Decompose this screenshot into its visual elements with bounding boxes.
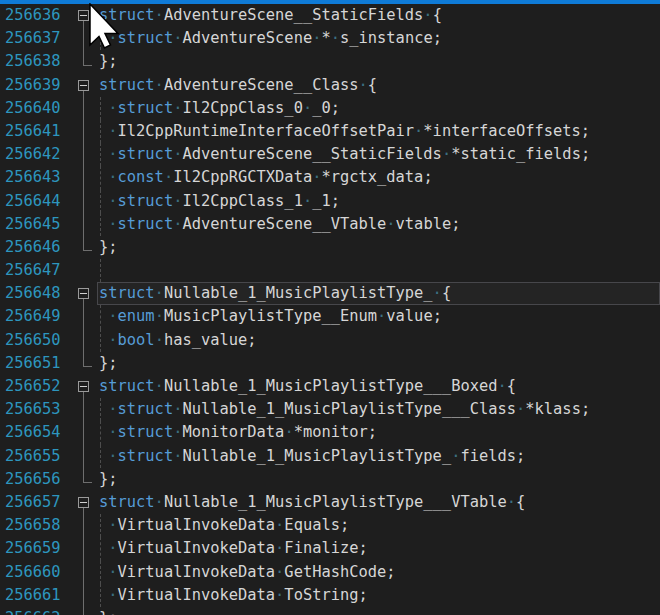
code-line[interactable]: 256642 ·struct·AdventureScene__StaticFie… (0, 143, 660, 166)
line-number[interactable]: 256642 (0, 143, 73, 166)
fold-margin (73, 27, 97, 50)
code-line[interactable]: 256659 ·VirtualInvokeData·Finalize; (0, 537, 660, 560)
line-number[interactable]: 256638 (0, 50, 73, 73)
fold-margin (73, 236, 97, 259)
code-line[interactable]: 256636struct·AdventureScene__StaticField… (0, 4, 660, 27)
line-number[interactable]: 256657 (0, 491, 73, 514)
code-line[interactable]: 256658 ·VirtualInvokeData·Equals; (0, 514, 660, 537)
line-number[interactable]: 256643 (0, 166, 73, 189)
code-text[interactable]: ·struct·Il2CppClass_1·_1; (97, 190, 660, 213)
line-number[interactable]: 256659 (0, 537, 73, 560)
code-line[interactable]: 256653 ·struct·Nullable_1_MusicPlaylistT… (0, 398, 660, 421)
indent-guide (100, 27, 101, 50)
code-line[interactable]: 256650 ·bool·has_value; (0, 329, 660, 352)
fold-minus-icon[interactable] (78, 497, 89, 508)
code-text[interactable]: ·struct·Nullable_1_MusicPlaylistType___C… (97, 398, 660, 421)
code-line[interactable]: 256641 ·Il2CppRuntimeInterfaceOffsetPair… (0, 120, 660, 143)
code-text[interactable]: }; (97, 607, 660, 615)
fold-minus-icon[interactable] (78, 80, 89, 91)
fold-collapse-toggle[interactable] (73, 4, 97, 27)
code-line[interactable]: 256647 (0, 259, 660, 282)
line-number[interactable]: 256661 (0, 584, 73, 607)
fold-collapse-toggle[interactable] (73, 74, 97, 97)
code-text[interactable]: }; (97, 50, 660, 73)
fold-margin (73, 514, 97, 537)
line-number[interactable]: 256651 (0, 352, 73, 375)
code-editor: 256636struct·AdventureScene__StaticField… (0, 0, 660, 615)
code-text[interactable]: ·enum·MusicPlaylistType__Enum·value; (97, 305, 660, 328)
code-line[interactable]: 256655 ·struct·Nullable_1_MusicPlaylistT… (0, 445, 660, 468)
line-number[interactable]: 256637 (0, 27, 73, 50)
code-line[interactable]: 256660 ·VirtualInvokeData·GetHashCode; (0, 561, 660, 584)
code-line[interactable]: 256651}; (0, 352, 660, 375)
line-number[interactable]: 256653 (0, 398, 73, 421)
line-number[interactable]: 256662 (0, 607, 73, 615)
code-line[interactable]: 256654 ·struct·MonitorData·*monitor; (0, 421, 660, 444)
indent-guide (100, 305, 101, 328)
indent-guide (100, 514, 101, 537)
line-number[interactable]: 256639 (0, 74, 73, 97)
fold-collapse-toggle[interactable] (73, 282, 97, 305)
code-text[interactable]: ·bool·has_value; (97, 329, 660, 352)
line-number[interactable]: 256645 (0, 213, 73, 236)
line-number[interactable]: 256652 (0, 375, 73, 398)
code-text[interactable]: ·struct·Nullable_1_MusicPlaylistType_·fi… (97, 445, 660, 468)
line-number[interactable]: 256636 (0, 4, 73, 27)
fold-minus-icon[interactable] (78, 10, 89, 21)
code-line[interactable]: 256639struct·AdventureScene__Class·{ (0, 74, 660, 97)
code-text[interactable]: }; (97, 468, 660, 491)
code-line[interactable]: 256638}; (0, 50, 660, 73)
code-text[interactable]: struct·AdventureScene__StaticFields·{ (97, 4, 660, 27)
code-line[interactable]: 256657struct·Nullable_1_MusicPlaylistTyp… (0, 491, 660, 514)
code-text[interactable]: ·struct·Il2CppClass_0·_0; (97, 97, 660, 120)
line-number[interactable]: 256660 (0, 561, 73, 584)
code-text[interactable]: struct·Nullable_1_MusicPlaylistType_·{ (97, 282, 660, 305)
code-text[interactable] (97, 259, 660, 282)
code-line[interactable]: 256646}; (0, 236, 660, 259)
code-text[interactable]: }; (97, 352, 660, 375)
code-text[interactable]: ·Il2CppRuntimeInterfaceOffsetPair·*inter… (97, 120, 660, 143)
code-line[interactable]: 256637 ·struct·AdventureScene·*·s_instan… (0, 27, 660, 50)
indent-guide (100, 398, 101, 421)
code-text[interactable]: ·const·Il2CppRGCTXData·*rgctx_data; (97, 166, 660, 189)
code-text[interactable]: ·struct·MonitorData·*monitor; (97, 421, 660, 444)
code-line[interactable]: 256648struct·Nullable_1_MusicPlaylistTyp… (0, 282, 660, 305)
code-text[interactable]: ·struct·AdventureScene·*·s_instance; (97, 27, 660, 50)
code-text[interactable]: struct·AdventureScene__Class·{ (97, 74, 660, 97)
code-text[interactable]: ·struct·AdventureScene__StaticFields·*st… (97, 143, 660, 166)
code-text[interactable]: ·VirtualInvokeData·ToString; (97, 584, 660, 607)
code-text[interactable]: ·VirtualInvokeData·Equals; (97, 514, 660, 537)
code-line[interactable]: 256644 ·struct·Il2CppClass_1·_1; (0, 190, 660, 213)
code-line[interactable]: 256649 ·enum·MusicPlaylistType__Enum·val… (0, 305, 660, 328)
code-line[interactable]: 256652struct·Nullable_1_MusicPlaylistTyp… (0, 375, 660, 398)
code-text[interactable]: ·struct·AdventureScene__VTable·vtable; (97, 213, 660, 236)
code-line[interactable]: 256645 ·struct·AdventureScene__VTable·vt… (0, 213, 660, 236)
code-text[interactable]: struct·Nullable_1_MusicPlaylistType___Bo… (97, 375, 660, 398)
fold-collapse-toggle[interactable] (73, 491, 97, 514)
line-number[interactable]: 256654 (0, 421, 73, 444)
line-number[interactable]: 256644 (0, 190, 73, 213)
fold-minus-icon[interactable] (78, 288, 89, 299)
line-number[interactable]: 256646 (0, 236, 73, 259)
code-line[interactable]: 256661 ·VirtualInvokeData·ToString; (0, 584, 660, 607)
fold-minus-icon[interactable] (78, 381, 89, 392)
line-number[interactable]: 256655 (0, 445, 73, 468)
line-number[interactable]: 256641 (0, 120, 73, 143)
line-number[interactable]: 256650 (0, 329, 73, 352)
line-number[interactable]: 256640 (0, 97, 73, 120)
line-number[interactable]: 256647 (0, 259, 73, 282)
code-line[interactable]: 256656}; (0, 468, 660, 491)
fold-collapse-toggle[interactable] (73, 375, 97, 398)
code-text[interactable]: ·VirtualInvokeData·Finalize; (97, 537, 660, 560)
code-text[interactable]: ·VirtualInvokeData·GetHashCode; (97, 561, 660, 584)
line-number[interactable]: 256648 (0, 282, 73, 305)
line-number[interactable]: 256656 (0, 468, 73, 491)
code-line[interactable]: 256662}; (0, 607, 660, 615)
code-text[interactable]: struct·Nullable_1_MusicPlaylistType___VT… (97, 491, 660, 514)
code-text[interactable]: }; (97, 236, 660, 259)
line-number[interactable]: 256658 (0, 514, 73, 537)
code-line[interactable]: 256643 ·const·Il2CppRGCTXData·*rgctx_dat… (0, 166, 660, 189)
line-number[interactable]: 256649 (0, 305, 73, 328)
code-line[interactable]: 256640 ·struct·Il2CppClass_0·_0; (0, 97, 660, 120)
indent-guide (100, 259, 101, 282)
